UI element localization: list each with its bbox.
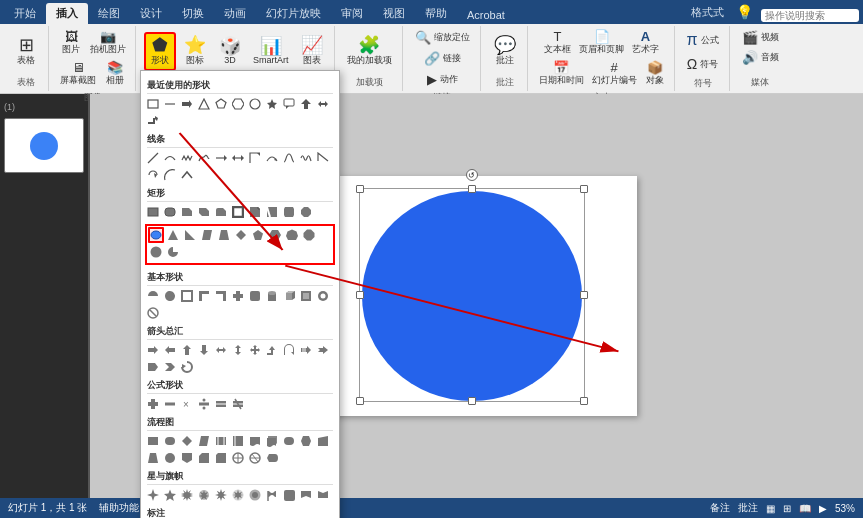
shape-curved-arrow[interactable] — [264, 150, 280, 166]
shape-12star[interactable] — [247, 487, 263, 503]
shape-chevron[interactable] — [162, 359, 178, 375]
textbox-button[interactable]: T 文本框 — [541, 28, 574, 58]
shape-arc[interactable] — [162, 167, 178, 183]
shape-rounded-rect[interactable] — [162, 204, 178, 220]
shape-divide[interactable] — [196, 396, 212, 412]
shape-chord[interactable] — [145, 288, 161, 304]
view-slide-sorter-icon[interactable]: ⊞ — [783, 503, 791, 514]
shape-4star[interactable] — [145, 487, 161, 503]
flow-decision[interactable] — [179, 433, 195, 449]
shapes-button[interactable]: ⬟ 形状 — [144, 32, 176, 71]
smartart-button[interactable]: 📊 SmartArt — [249, 34, 293, 68]
tab-animations[interactable]: 动画 — [214, 3, 256, 24]
tab-acrobat[interactable]: Acrobat — [457, 6, 515, 24]
shape-right-block-arrow[interactable] — [145, 342, 161, 358]
shape-straight-line[interactable] — [145, 150, 161, 166]
flow-process[interactable] — [145, 433, 161, 449]
flow-connector[interactable] — [162, 450, 178, 466]
shape-striped-right[interactable] — [298, 342, 314, 358]
flow-display[interactable] — [264, 450, 280, 466]
shape-not-equal[interactable] — [230, 396, 246, 412]
flow-data[interactable] — [196, 433, 212, 449]
shape-s-curve[interactable] — [281, 150, 297, 166]
comment-button[interactable]: 💬 批注 — [489, 33, 521, 70]
shape-minus[interactable] — [162, 396, 178, 412]
tab-help[interactable]: 帮助 — [415, 3, 457, 24]
shape-donut[interactable] — [315, 288, 331, 304]
shape-down-block-arrow[interactable] — [196, 342, 212, 358]
shape-10star[interactable] — [230, 487, 246, 503]
shape-corner2[interactable] — [213, 288, 229, 304]
shape-updown-block[interactable] — [230, 342, 246, 358]
shape-line[interactable] — [162, 96, 178, 112]
shape-uturn[interactable] — [281, 342, 297, 358]
shape-leftright-block[interactable] — [213, 342, 229, 358]
shape-plaque[interactable] — [247, 288, 263, 304]
tab-review[interactable]: 审阅 — [331, 3, 373, 24]
flow-alternate[interactable] — [162, 433, 178, 449]
shape-cross[interactable] — [230, 288, 246, 304]
shape-frame[interactable] — [230, 204, 246, 220]
shape-double-arrow[interactable] — [315, 96, 331, 112]
shape-curved-line[interactable] — [162, 150, 178, 166]
shape-zigzag[interactable] — [179, 150, 195, 166]
shape-isoceles[interactable] — [165, 227, 181, 243]
shape-quad-block[interactable] — [247, 342, 263, 358]
circle-shape[interactable] — [362, 191, 582, 401]
rotate-handle[interactable]: ↺ — [466, 169, 478, 181]
shape-circular-arrow[interactable] — [179, 359, 195, 375]
shape-snip2[interactable] — [196, 204, 212, 220]
shape-bent-arrow[interactable] — [145, 113, 161, 129]
shape-callout[interactable] — [281, 96, 297, 112]
shape-can[interactable] — [264, 288, 280, 304]
shape-pentagon[interactable] — [213, 96, 229, 112]
flow-predefined[interactable] — [213, 433, 229, 449]
shape-pentagon2[interactable] — [250, 227, 266, 243]
shape-cube[interactable] — [281, 288, 297, 304]
symbol-button[interactable]: Ω 符号 — [683, 53, 722, 75]
chart-button[interactable]: 📈 图表 — [296, 33, 328, 70]
shape-diamond[interactable] — [233, 227, 249, 243]
object-button[interactable]: 📦 对象 — [642, 59, 668, 89]
shape-pie[interactable] — [165, 244, 181, 260]
shape-teardrop[interactable] — [162, 288, 178, 304]
shape-right-tri[interactable] — [182, 227, 198, 243]
shape-r1[interactable] — [281, 204, 297, 220]
shape-plain-rect[interactable] — [145, 204, 161, 220]
tab-transitions[interactable]: 切换 — [172, 3, 214, 24]
table-button[interactable]: ⊞ 表格 — [10, 33, 42, 70]
tab-start[interactable]: 开始 — [4, 3, 46, 24]
shape-equal[interactable] — [213, 396, 229, 412]
slide-canvas[interactable]: ↺ — [317, 176, 637, 416]
album-button[interactable]: 📚 相册 — [101, 59, 129, 89]
flow-multi-doc[interactable] — [264, 433, 280, 449]
tab-design[interactable]: 设计 — [130, 3, 172, 24]
addins-button[interactable]: 🧩 我的加载项 — [343, 33, 396, 70]
shape-8star[interactable] — [213, 487, 229, 503]
video-button[interactable]: 🎬 视频 — [738, 28, 783, 47]
shape-hexagon[interactable] — [230, 96, 246, 112]
shape-plus[interactable] — [145, 396, 161, 412]
tab-draw[interactable]: 绘图 — [88, 3, 130, 24]
flow-storage[interactable] — [230, 433, 246, 449]
shape-triangle[interactable] — [196, 96, 212, 112]
shape-elbow[interactable] — [247, 150, 263, 166]
shape-arrow-double-line[interactable] — [230, 150, 246, 166]
equation-button[interactable]: π 公式 — [683, 28, 723, 52]
audio-button[interactable]: 🔊 音频 — [738, 48, 783, 67]
3d-button[interactable]: 🎲 3D — [214, 34, 246, 68]
shape-heptagon[interactable] — [284, 227, 300, 243]
shape-multiply[interactable]: × — [179, 396, 195, 412]
shape-parallelogram[interactable] — [199, 227, 215, 243]
link-button[interactable]: 🔗 链接 — [420, 49, 465, 68]
shape-arrow[interactable] — [179, 96, 195, 112]
shape-no-symbol[interactable] — [145, 305, 161, 321]
shape-5star[interactable] — [162, 487, 178, 503]
datetime-button[interactable]: 📅 日期和时间 — [536, 59, 587, 89]
slide-thumbnail[interactable] — [4, 118, 84, 173]
view-slideshow-icon[interactable]: ▶ — [819, 503, 827, 514]
header-button[interactable]: 📄 页眉和页脚 — [576, 28, 627, 58]
shape-arrow-right-line[interactable] — [213, 150, 229, 166]
flow-prep[interactable] — [298, 433, 314, 449]
shape-wave-flag[interactable] — [264, 487, 280, 503]
